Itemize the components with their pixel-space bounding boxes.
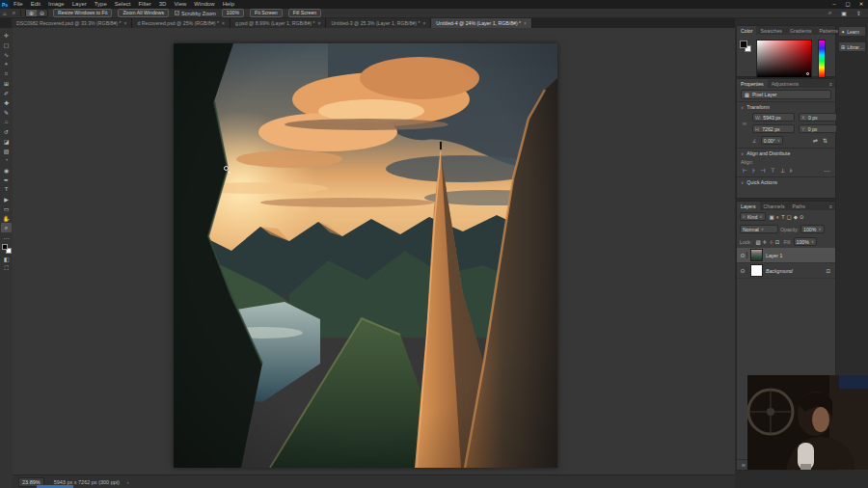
zoom-out-button[interactable]: ⊖ [37,10,47,16]
link-layers-icon[interactable]: ∞ [742,462,746,468]
lock-artboard-icon[interactable]: ⊹ [769,239,773,245]
tab-color[interactable]: Color [737,26,756,35]
foreground-color-swatch[interactable] [2,244,8,250]
doc-tab-1-close-icon[interactable]: × [124,20,127,26]
visibility-eye-icon[interactable]: ⊙ [739,267,747,274]
hue-slider[interactable] [818,40,826,78]
rotation-angle-field[interactable]: 0.00° ∨ [761,136,783,145]
edit-toolbar-button[interactable]: ⋯ [1,232,12,242]
y-position-field[interactable]: Y:0 px [799,124,837,133]
align-middle-v-icon[interactable]: ⊥ [780,167,785,174]
maximize-button[interactable]: ▢ [841,0,854,9]
learn-panel-button[interactable]: ✦ Learn [838,26,866,37]
doc-tab-3-close-icon[interactable]: × [317,20,320,26]
frame-tool[interactable]: ⊞ [1,78,12,88]
filter-smart-objects-icon[interactable]: ◆ [794,214,798,220]
doc-tab-5-active[interactable]: Untitled-4 @ 24% (Layer 1, RGB/8#) * × [431,18,532,28]
opacity-field[interactable]: 100%∨ [800,225,825,233]
brush-tool[interactable]: ✎ [1,107,12,117]
rectangle-tool[interactable]: ▭ [1,203,12,213]
libraries-panel-button[interactable]: ⊞ Librar… [838,41,866,52]
align-bottom-icon[interactable]: ⊧ [790,167,793,174]
blur-tool[interactable]: ◔ [1,155,12,165]
doc-tab-1[interactable]: DSC0982 Recovered.psd @ 33.3% (RGB/8#) *… [12,18,132,28]
move-tool[interactable]: ✛ [1,30,12,40]
type-tool[interactable]: T [1,184,12,194]
tab-layers[interactable]: Layers [737,202,760,210]
filter-adjustment-layers-icon[interactable]: ◐ [776,214,779,220]
tab-properties[interactable]: Properties [737,79,768,88]
eraser-tool[interactable]: ◪ [1,136,12,146]
menu-3d[interactable]: 3D [155,0,171,9]
align-top-icon[interactable]: ⊤ [771,167,775,174]
clone-stamp-tool[interactable]: ⌂ [1,117,12,126]
menu-type[interactable]: Type [91,0,111,9]
color-swatches[interactable] [2,244,12,254]
visibility-eye-icon[interactable]: ⊙ [739,252,747,258]
pen-tool[interactable]: ✒ [1,175,12,184]
doc-tab-2-close-icon[interactable]: × [222,20,225,26]
layer-row-background[interactable]: ⊙ Background ⊡ [737,263,835,279]
gradient-tool[interactable]: ▨ [1,146,12,155]
align-right-icon[interactable]: ⊣ [760,167,765,174]
layer-thumbnail[interactable] [750,249,763,261]
transform-section-header[interactable]: ∨ Transform [737,101,835,112]
x-position-field[interactable]: X:0 px [799,113,837,122]
resize-windows-to-fit-button[interactable]: Resize Windows to Fit [53,9,112,17]
flip-horizontal-icon[interactable]: ⇄ [813,137,818,144]
align-center-h-icon[interactable]: ⊦ [752,167,755,174]
width-field[interactable]: W:5943 px [752,113,795,122]
layer-filter-kind[interactable]: ⌕ Kind ∨ [740,212,766,221]
tab-paths[interactable]: Paths [789,202,809,210]
close-button[interactable]: ✕ [854,0,868,9]
menu-view[interactable]: View [170,0,190,9]
fill-field[interactable]: 100%∨ [794,237,818,246]
minimize-button[interactable]: – [827,0,841,9]
doc-tab-2[interactable]: d Recovered.psd @ 25% (RGB/8#) * × [132,18,230,28]
height-field[interactable]: H:7262 px [752,124,795,133]
status-chevron-icon[interactable]: › [127,479,129,485]
crop-tool[interactable]: ⌗ [1,68,12,78]
filter-shape-layers-icon[interactable]: ▢ [787,214,792,220]
menu-file[interactable]: File [10,0,27,9]
eyedropper-tool[interactable]: ✐ [1,88,12,97]
tab-swatches[interactable]: Swatches [756,26,786,35]
share-icon[interactable]: ⇪ [854,10,864,16]
tab-adjustments[interactable]: Adjustments [768,79,803,88]
quick-actions-header[interactable]: ∨ Quick Actions [737,176,835,187]
align-more-icon[interactable]: ⋯ [824,167,829,174]
doc-tab-4[interactable]: Untitled-3 @ 25.3% (Layer 1, RGB/8#) * × [326,18,431,28]
filter-type-layers-icon[interactable]: T [781,214,784,220]
panel-menu-icon[interactable]: ≡ [829,202,835,210]
doc-tab-4-close-icon[interactable]: × [422,20,425,26]
zoom-tool-icon[interactable]: ⌕ [10,10,18,16]
lock-transparent-icon[interactable]: ▨ [755,239,760,245]
history-brush-tool[interactable]: ↺ [1,126,12,136]
marquee-tool[interactable]: ▢ [1,40,12,49]
tab-channels[interactable]: Channels [760,202,789,210]
layer-row-layer1[interactable]: ⊙ Layer 1 [737,248,835,263]
doc-tab-3[interactable]: g.psd @ 8.99% (Layer 1, RGB/8#) * × [231,18,326,28]
fit-screen-button[interactable]: Fit Screen [250,9,283,17]
link-dimensions-icon[interactable]: ∞ [741,121,748,126]
menu-help[interactable]: Help [219,0,238,9]
menu-image[interactable]: Image [44,0,68,9]
workspace-switcher-icon[interactable]: ▣ [838,10,850,16]
layer-thumbnail[interactable] [750,264,763,277]
scrubby-zoom-checkbox[interactable]: ✓ Scrubby Zoom [175,11,216,16]
lock-all-icon[interactable]: ⊡ [775,239,780,245]
panel-menu-icon[interactable]: ≡ [829,79,835,88]
menu-filter[interactable]: Filter [134,0,154,9]
zoom-in-button[interactable]: ⊕ [26,10,37,16]
align-left-icon[interactable]: ⊢ [743,167,747,174]
blend-mode-select[interactable]: Normal∨ [740,225,778,233]
tab-gradients[interactable]: Gradients [786,26,816,35]
fg-bg-color-widget[interactable] [740,41,751,52]
path-selection-tool[interactable]: ▶ [1,194,12,203]
doc-tab-5-close-icon[interactable]: × [524,20,527,26]
layer-name[interactable]: Background [766,268,793,274]
menu-select[interactable]: Select [111,0,135,9]
dodge-tool[interactable]: ◉ [1,165,12,175]
screen-mode-button[interactable]: ⛶ [1,263,12,273]
search-icon[interactable]: ⌕ [826,10,834,16]
